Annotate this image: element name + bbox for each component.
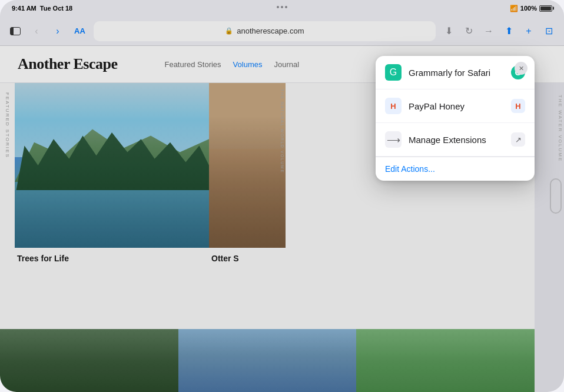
ipad-frame: 9:41 AM Tue Oct 18 📶 100% ‹ › AA 🔒 [0,0,564,392]
close-icon: ✕ [519,65,524,72]
honey-icon-text: H [390,102,396,111]
grammarly-icon: G [385,64,402,81]
extensions-popup: ✕ G Grammarly for Safari G H PayPal Hone… [376,56,535,181]
manage-icon-text: ⟶ [387,134,400,145]
honey-status-icon: H [511,99,525,113]
popup-overlay: ✕ G Grammarly for Safari G H PayPal Hone… [0,0,564,392]
grammarly-label: Grammarly for Safari [409,68,504,78]
manage-extensions-label: Manage Extensions [409,135,504,145]
honey-icon: H [385,98,402,114]
honey-extension-item[interactable]: H PayPal Honey H [376,89,535,123]
manage-extensions-item[interactable]: ⟶ Manage Extensions ↗ [376,123,535,157]
grammarly-icon-text: G [390,67,397,78]
honey-label: PayPal Honey [409,101,504,111]
manage-status-icon: ↗ [511,132,525,147]
manage-extensions-icon: ⟶ [385,131,402,148]
popup-close-button[interactable]: ✕ [515,62,527,75]
grammarly-extension-item[interactable]: G Grammarly for Safari G [376,56,535,89]
edit-actions-link[interactable]: Edit Actions... [376,157,535,181]
